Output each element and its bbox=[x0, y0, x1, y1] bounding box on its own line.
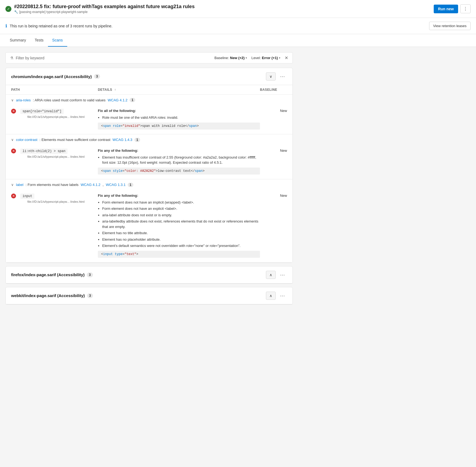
top-bar: ✓ #20220812.5 fix: future-proof withTags… bbox=[0, 0, 476, 18]
filter-clear-button[interactable]: ✕ bbox=[285, 55, 288, 60]
scan-card-firefox-header: firefox/index-page.sarif (Accessibility)… bbox=[6, 266, 292, 284]
baseline-label: Baseline: bbox=[214, 56, 229, 60]
scan-card-webkit: webkit/index-page.sarif (Accessibility) … bbox=[5, 287, 293, 305]
aria-file-path: file:///D:/a/1/s/typescript-playw... /in… bbox=[27, 115, 85, 118]
rule-aria-roles: ∨ aria-roles : ARIA roles used must conf… bbox=[6, 95, 292, 134]
label-fix-label: Fix any of the following: bbox=[98, 194, 260, 198]
level-value: Error (+1) bbox=[262, 56, 278, 60]
rule-label-count: 1 bbox=[128, 183, 133, 187]
scan-table-header: Path Details ↑ Baseline bbox=[6, 85, 292, 95]
baseline-chevron-icon: ▾ bbox=[246, 56, 247, 59]
rule-color-contrast-name[interactable]: color-contrast bbox=[16, 138, 37, 142]
label-selector: input bbox=[20, 194, 34, 199]
info-icon: ℹ bbox=[5, 23, 7, 28]
webkit-collapse-button[interactable]: ∧ bbox=[266, 292, 276, 300]
chromium-collapse-button[interactable]: ∨ bbox=[266, 72, 276, 80]
color-file-path: file:///D:/a/1/s/typescript-playw... /in… bbox=[27, 155, 85, 158]
view-retention-leases-button[interactable]: View retention leases bbox=[429, 22, 471, 30]
rule-label-desc: : Form elements must have labels bbox=[25, 183, 78, 187]
error-icon-3: ✕ bbox=[11, 194, 16, 198]
info-bar: ℹ This run is being retained as one of 3… bbox=[0, 18, 476, 34]
rule-aria-roles-name[interactable]: aria-roles bbox=[16, 98, 31, 102]
violation-aria-details: Fix all of the following: Role must be o… bbox=[98, 109, 260, 130]
scan-card-chromium: chromium/index-page.sarif (Accessibility… bbox=[5, 68, 293, 263]
color-bullet-1: Element has insufficient color contrast … bbox=[102, 155, 260, 165]
info-bar-left: ℹ This run is being retained as one of 3… bbox=[5, 23, 112, 28]
filter-left: ⚗ Filter by keyword bbox=[10, 56, 44, 60]
baseline-dropdown[interactable]: Baseline: New (+2) ▾ bbox=[214, 56, 247, 60]
tabs-bar: Summary Tests Scans bbox=[0, 34, 476, 47]
color-code-block: <span style="color: #A2A2A2">low-contras… bbox=[98, 168, 260, 175]
violation-aria-path: ✕ span[role="invalid"] file:///D:/a/1/s/… bbox=[11, 109, 98, 118]
rule-aria-roles-toggle[interactable]: ∨ bbox=[11, 98, 14, 102]
tab-scans[interactable]: Scans bbox=[48, 34, 67, 47]
label-file-path: file:///D:/a/1/s/typescript-playw... /in… bbox=[27, 200, 85, 203]
violation-label-path: ✕ input file:///D:/a/1/s/typescript-play… bbox=[11, 194, 98, 203]
violation-label-row: ✕ input file:///D:/a/1/s/typescript-play… bbox=[6, 190, 292, 262]
color-fix-label: Fix any of the following: bbox=[98, 149, 260, 153]
filter-bar: ⚗ Filter by keyword Baseline: New (+2) ▾… bbox=[5, 52, 293, 63]
chromium-more-button[interactable]: ⋯ bbox=[278, 72, 287, 80]
label-bullet-7: Element's default semantics were not ove… bbox=[102, 243, 260, 249]
rule-color-contrast-header: ∨ color-contrast : Elements must have su… bbox=[6, 134, 292, 145]
more-options-button[interactable]: ⋮ bbox=[460, 4, 471, 13]
rule-color-contrast-wcag[interactable]: WCAG 1.4.3 bbox=[112, 138, 132, 142]
run-new-button[interactable]: Run new bbox=[434, 5, 458, 13]
rule-aria-roles-desc: : ARIA roles used must conform to valid … bbox=[33, 98, 105, 102]
rule-label-name[interactable]: label bbox=[16, 183, 23, 187]
error-icon-2: ✕ bbox=[11, 149, 16, 153]
filter-icon: ⚗ bbox=[10, 56, 14, 60]
scan-webkit-actions: ∧ ⋯ bbox=[266, 292, 287, 300]
label-bullet-6: Element has no placeholder attribute. bbox=[102, 237, 260, 242]
aria-bullets: Role must be one of the valid ARIA roles… bbox=[98, 115, 260, 120]
baseline-value: New (+2) bbox=[230, 56, 245, 60]
filter-placeholder[interactable]: Filter by keyword bbox=[16, 56, 44, 60]
firefox-badge: 3 bbox=[87, 272, 93, 277]
rule-label-toggle[interactable]: ∨ bbox=[11, 183, 14, 187]
rule-label-header: ∨ label : Form elements must have labels… bbox=[6, 179, 292, 190]
rule-label: ∨ label : Form elements must have labels… bbox=[6, 179, 292, 263]
title-block: #20220812.5 fix: future-proof withTags e… bbox=[14, 4, 195, 14]
violation-color-details: Fix any of the following: Element has in… bbox=[98, 149, 260, 175]
aria-code-block: <span role="invalid">span with invalid r… bbox=[98, 123, 260, 130]
aria-bullet-1: Role must be one of the valid ARIA roles… bbox=[102, 115, 260, 120]
label-bullet-1: Form element does not have an implicit (… bbox=[102, 200, 260, 205]
violation-color-contrast-row: ✕ li:nth-child(2) > span file:///D:/a/1/… bbox=[6, 145, 292, 179]
tab-tests[interactable]: Tests bbox=[30, 34, 48, 47]
violation-color-path-content: li:nth-child(2) > span file:///D:/a/1/s/… bbox=[20, 149, 85, 158]
tab-summary[interactable]: Summary bbox=[5, 34, 30, 47]
webkit-more-button[interactable]: ⋯ bbox=[278, 292, 287, 300]
label-bullet-2: Form element does not have an explicit <… bbox=[102, 206, 260, 211]
rule-color-contrast-toggle[interactable]: ∨ bbox=[11, 138, 14, 142]
rule-label-wcag2[interactable]: WCAG 1.3.1 bbox=[106, 183, 126, 187]
scan-card-firefox-title: firefox/index-page.sarif (Accessibility)… bbox=[11, 272, 93, 277]
page-title: #20220812.5 fix: future-proof withTags e… bbox=[14, 4, 195, 9]
label-bullet-4: aria-labelledby attribute does not exist… bbox=[102, 219, 260, 229]
label-baseline: New bbox=[260, 194, 287, 198]
violation-label-path-content: input file:///D:/a/1/s/typescript-playw.… bbox=[20, 194, 85, 203]
chromium-badge: 3 bbox=[94, 74, 100, 79]
sort-icon: ↑ bbox=[114, 88, 116, 92]
color-selector: li:nth-child(2) > span bbox=[20, 149, 67, 154]
top-right-actions: Run new ⋮ bbox=[434, 4, 471, 13]
firefox-more-button[interactable]: ⋯ bbox=[278, 271, 287, 279]
rule-aria-roles-header: ∨ aria-roles : ARIA roles used must conf… bbox=[6, 95, 292, 105]
violation-aria-roles-row: ✕ span[role="invalid"] file:///D:/a/1/s/… bbox=[6, 105, 292, 134]
aria-selector: span[role="invalid"] bbox=[20, 109, 64, 114]
main-content: ⚗ Filter by keyword Baseline: New (+2) ▾… bbox=[0, 47, 298, 313]
scan-card-webkit-header: webkit/index-page.sarif (Accessibility) … bbox=[6, 287, 292, 304]
level-label: Level: bbox=[251, 56, 261, 60]
scan-card-firefox: firefox/index-page.sarif (Accessibility)… bbox=[5, 266, 293, 284]
rule-label-comma: , bbox=[103, 183, 104, 187]
firefox-collapse-button[interactable]: ∧ bbox=[266, 271, 276, 279]
error-icon: ✕ bbox=[11, 109, 16, 114]
rule-label-wcag1[interactable]: WCAG 4.1.2 bbox=[81, 183, 101, 187]
webkit-badge: 3 bbox=[87, 293, 93, 298]
col-details: Details ↑ bbox=[98, 88, 260, 92]
scan-card-webkit-title: webkit/index-page.sarif (Accessibility) … bbox=[11, 293, 93, 298]
scan-firefox-actions: ∧ ⋯ bbox=[266, 271, 287, 279]
info-message: This run is being retained as one of 3 r… bbox=[10, 24, 112, 28]
aria-baseline: New bbox=[260, 109, 287, 113]
rule-aria-roles-wcag[interactable]: WCAG 4.1.2 bbox=[108, 98, 127, 102]
level-dropdown[interactable]: Level: Error (+1) ▾ bbox=[251, 56, 280, 60]
